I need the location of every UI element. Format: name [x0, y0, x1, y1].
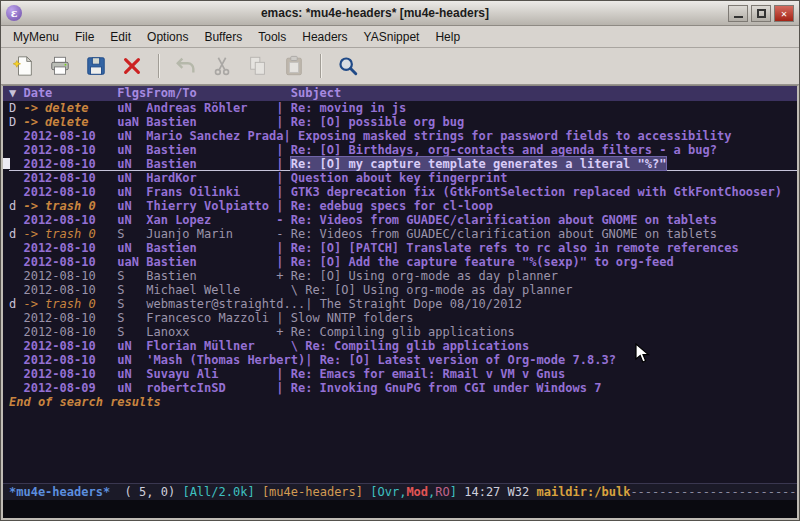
message-row[interactable]: D-> deleteuNAndreas Röhler| Re: moving i…	[9, 101, 797, 115]
message-row[interactable]: D-> deleteuaNBastien| Re: [O] possible o…	[9, 115, 797, 129]
message-date: 2012-08-10	[23, 213, 117, 227]
message-from: Bastien	[146, 269, 276, 283]
message-row[interactable]: 2012-08-10uNBastien| Re: [O] Birthdays, …	[9, 143, 797, 157]
tool-bar	[1, 48, 799, 85]
message-flags: S	[117, 227, 146, 241]
message-sep: \	[276, 339, 305, 353]
message-row[interactable]: 2012-08-10uNHardKor| Question about key …	[9, 171, 797, 185]
column-header-subject[interactable]: Subject	[291, 86, 342, 101]
cut-button	[209, 53, 235, 79]
mu4e-headers-buffer[interactable]: ▼ Date Flgs From/To Subject D-> deleteuN…	[3, 86, 797, 483]
print-button[interactable]	[47, 53, 73, 79]
message-sep: |	[276, 185, 290, 199]
message-row[interactable]: d-> trash 0SJuanjo Marin- Re: Videos fro…	[9, 227, 797, 241]
message-sep: |	[305, 297, 319, 311]
message-from: HardKor	[146, 171, 276, 185]
close-button[interactable]: ✕	[774, 5, 794, 22]
message-from: robertcInSD	[146, 381, 276, 395]
message-flags: uN	[117, 381, 146, 395]
message-from: Juanjo Marin	[146, 227, 276, 241]
modeline-segment: [Ovr,	[370, 485, 406, 499]
message-from: Bastien	[146, 241, 276, 255]
menu-options[interactable]: Options	[139, 26, 196, 48]
message-row[interactable]: 2012-08-10SMichael Welle \ Re: [O] Using…	[9, 283, 797, 297]
message-subject: Re: edebug specs for cl-loop	[291, 199, 493, 213]
message-subject: Re: [O] possible org bug	[291, 115, 464, 129]
column-header-gap	[276, 86, 290, 101]
message-from: Bastien	[146, 255, 276, 269]
maximize-button[interactable]	[751, 5, 771, 22]
modeline-segment: ,	[428, 485, 435, 499]
search-button[interactable]	[335, 53, 361, 79]
message-sep: |	[276, 241, 290, 255]
modeline-segment: *mu4e-headers*	[9, 485, 117, 499]
message-from: Florian Müllner	[146, 339, 276, 353]
message-row[interactable]: 2012-08-10SFrancesco Mazzoli| Slow NNTP …	[9, 311, 797, 325]
message-date: 2012-08-10	[23, 353, 117, 367]
message-row[interactable]: 2012-08-10uNBastien| Re: [O] [PATCH] Tra…	[9, 241, 797, 255]
message-marker	[9, 213, 23, 227]
title-bar[interactable]: emacs: *mu4e-headers* [mu4e-headers] ✕	[1, 1, 799, 26]
message-row[interactable]: 2012-08-10uNXan Lopez- Re: Videos from G…	[9, 213, 797, 227]
menu-buffers[interactable]: Buffers	[196, 26, 250, 48]
column-header-from[interactable]: From/To	[146, 86, 276, 101]
message-from: Thierry Volpiatto	[146, 199, 276, 213]
message-row[interactable]: 2012-08-10SLanoxx+ Re: Compiling glib ap…	[9, 325, 797, 339]
message-flags: uN	[117, 241, 146, 255]
column-header-flags[interactable]: Flgs	[117, 86, 146, 101]
column-header-date[interactable]: Date	[23, 86, 117, 101]
message-subject: Slow NNTP folders	[291, 311, 414, 325]
message-marker: d	[9, 199, 23, 213]
message-row[interactable]: 2012-08-10uNMario Sanchez Prada| Exposin…	[9, 129, 797, 143]
new-file-button[interactable]	[11, 53, 37, 79]
message-sep: |	[276, 101, 290, 115]
message-flags: S	[117, 325, 146, 339]
message-flags: uaN	[117, 255, 146, 269]
message-row[interactable]: 2012-08-10uNFlorian Müllner \ Re: Compil…	[9, 339, 797, 353]
message-from: 'Mash (Thomas Herbert)	[146, 353, 305, 367]
message-date: -> trash 0	[23, 227, 117, 241]
message-flags: uN	[117, 143, 146, 157]
message-flags: uN	[117, 213, 146, 227]
message-sep: +	[276, 269, 290, 283]
message-row[interactable]: 2012-08-10uNSuvayu Ali| Re: Emacs for em…	[9, 367, 797, 381]
message-subject: Re: Compiling glib applications	[291, 325, 515, 339]
menu-bar: MyMenuFileEditOptionsBuffersToolsHeaders…	[1, 26, 799, 48]
menu-tools[interactable]: Tools	[250, 26, 294, 48]
message-subject: Re: [O] my capture template generates a …	[291, 157, 667, 170]
message-date: 2012-08-10	[23, 283, 117, 297]
menu-headers[interactable]: Headers	[294, 26, 355, 48]
sort-direction-icon[interactable]: ▼	[9, 86, 23, 101]
menu-mymenu[interactable]: MyMenu	[5, 26, 67, 48]
echo-area[interactable]	[3, 500, 797, 518]
menu-file[interactable]: File	[67, 26, 102, 48]
message-from: Andreas Röhler	[146, 101, 276, 115]
message-subject: Re: Compiling glib applications	[305, 339, 529, 353]
close-button[interactable]	[119, 53, 145, 79]
message-row[interactable]: d-> trash 0uNThierry Volpiatto| Re: edeb…	[9, 199, 797, 213]
message-subject: Re: [O] [PATCH] Translate refs to rc als…	[291, 241, 739, 255]
message-row[interactable]: 2012-08-09uNrobertcInSD| Re: Invoking Gn…	[9, 381, 797, 395]
save-button[interactable]	[83, 53, 109, 79]
message-date: -> delete	[23, 115, 117, 129]
message-date: 2012-08-10	[23, 129, 117, 143]
message-subject: Re: Videos from GUADEC/clarification abo…	[291, 227, 717, 241]
message-row[interactable]: 2012-08-10uaNBastien| Re: [O] Add the ca…	[9, 255, 797, 269]
message-from: Mario Sanchez Prada	[146, 129, 283, 143]
message-from: Francesco Mazzoli	[146, 311, 276, 325]
message-row[interactable]: d-> trash 0Swebmaster@straightd...| The …	[9, 297, 797, 311]
minimize-button[interactable]	[728, 5, 748, 22]
message-from: Bastien	[146, 157, 276, 170]
headers-header-line: ▼ Date Flgs From/To Subject	[3, 86, 797, 101]
message-row[interactable]: 2012-08-10uNBastien| Re: [O] my capture …	[9, 157, 797, 171]
message-row[interactable]: 2012-08-10uNFrans Oilinki| GTK3 deprecat…	[9, 185, 797, 199]
message-marker	[9, 367, 23, 381]
menu-yasnippet[interactable]: YASnippet	[356, 26, 428, 48]
message-row[interactable]: 2012-08-10uN'Mash (Thomas Herbert)| Re: …	[9, 353, 797, 367]
menu-help[interactable]: Help	[427, 26, 468, 48]
menu-edit[interactable]: Edit	[102, 26, 139, 48]
message-sep: |	[276, 115, 290, 129]
message-row[interactable]: 2012-08-10SBastien+ Re: [O] Using org-mo…	[9, 269, 797, 283]
message-sep: |	[276, 381, 290, 395]
message-from: Bastien	[146, 115, 276, 129]
